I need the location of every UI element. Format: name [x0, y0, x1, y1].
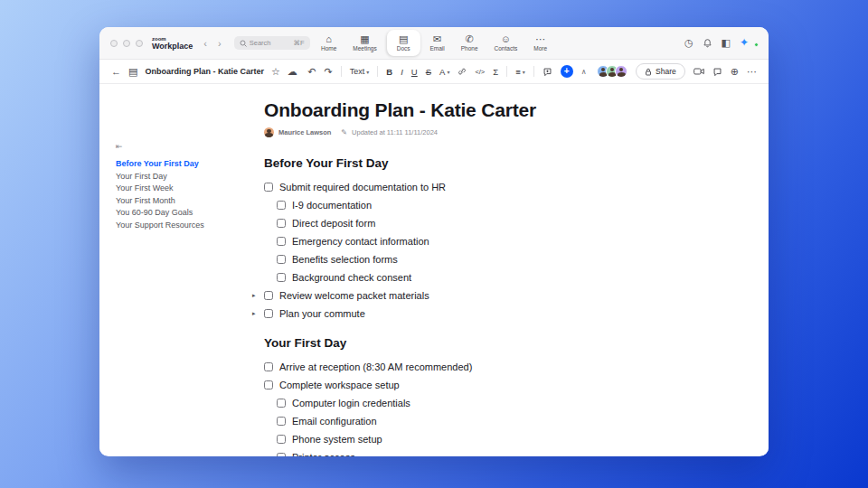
- checkbox[interactable]: [277, 399, 286, 408]
- more-options-icon[interactable]: ⋯: [747, 67, 757, 77]
- outline-item[interactable]: Your Support Resources: [116, 220, 253, 232]
- app-tabs: ⌂ Home ▦ Meetings ▤ Docs ✉ Email: [313, 27, 555, 59]
- window-controls[interactable]: [110, 40, 143, 47]
- globe-icon[interactable]: ⊕: [731, 67, 739, 77]
- bold-button[interactable]: B: [386, 67, 392, 77]
- formula-icon[interactable]: Σ: [493, 67, 498, 77]
- checklist-label: Emergency contact information: [292, 236, 429, 247]
- outline-item[interactable]: Your First Week: [116, 183, 253, 195]
- app-tab[interactable]: ☺ Contacts: [486, 27, 526, 59]
- toolbar-divider: [341, 66, 342, 77]
- document-body: Onboarding Plan - Katie Carter Maurice L…: [264, 84, 662, 456]
- outline-list: Before Your First Day Your First Day You…: [116, 158, 253, 231]
- app-tab[interactable]: ⋯ More: [525, 27, 555, 59]
- checkbox[interactable]: [277, 417, 286, 426]
- checklist-item[interactable]: ▸ Email configuration: [277, 412, 662, 430]
- minimize-window-button[interactable]: [123, 40, 130, 47]
- checklist-item[interactable]: ▸ Background check consent: [277, 268, 662, 286]
- ai-companion-icon[interactable]: ✦: [740, 38, 749, 48]
- maximize-window-button[interactable]: [136, 40, 143, 47]
- undo-button[interactable]: ↶: [307, 67, 316, 77]
- text-color-dropdown[interactable]: A ▾: [439, 67, 449, 77]
- favorite-star-icon[interactable]: ☆: [271, 67, 280, 77]
- text-style-dropdown[interactable]: Text ▾: [350, 67, 370, 76]
- document-byline: Maurice Lawson ✎ Updated at 11:11 11/11/…: [264, 127, 662, 137]
- app-tab[interactable]: ▤ Docs: [387, 30, 420, 56]
- app-tab[interactable]: ▦ Meetings: [344, 27, 384, 59]
- app-tab[interactable]: ✆ Phone: [453, 27, 486, 59]
- text-style-label: Text: [350, 67, 365, 76]
- checkbox[interactable]: [264, 309, 273, 318]
- chat-icon[interactable]: [712, 67, 722, 77]
- checkbox[interactable]: [264, 183, 273, 192]
- checklist-item[interactable]: ▸ Plan your commute: [264, 305, 662, 323]
- outline-item[interactable]: Your First Month: [116, 195, 253, 208]
- checkbox[interactable]: [277, 273, 286, 282]
- collapse-outline-icon[interactable]: ⇤: [116, 142, 253, 151]
- collapse-toolbar-icon[interactable]: ∧: [581, 68, 587, 76]
- italic-button[interactable]: I: [401, 67, 403, 77]
- outline-item[interactable]: You 60-90 Day Goals: [116, 207, 253, 220]
- checkbox[interactable]: [264, 380, 273, 389]
- search-input[interactable]: Search ⌘F: [234, 36, 310, 50]
- underline-button[interactable]: U: [411, 67, 418, 77]
- video-call-icon[interactable]: [693, 67, 704, 76]
- checklist-item[interactable]: ▸ Printer access: [277, 448, 662, 456]
- checklist: ▸ Submit required documentation to HR ▸ …: [264, 178, 662, 323]
- redo-button[interactable]: ↷: [325, 67, 333, 77]
- outline-item[interactable]: Your First Day: [116, 171, 253, 183]
- app-tab-icon: ▤: [399, 34, 408, 44]
- checklist-label: Background check consent: [292, 272, 411, 283]
- checkbox[interactable]: [277, 435, 286, 444]
- insert-link-icon[interactable]: [458, 67, 467, 76]
- back-button[interactable]: ←: [111, 67, 121, 77]
- app-tab[interactable]: ✉ Email: [422, 27, 453, 59]
- checkbox[interactable]: [277, 201, 286, 210]
- checkbox[interactable]: [264, 362, 273, 371]
- document-outline: ⇤ Before Your First Day Your First Day Y…: [116, 142, 253, 231]
- list-format-dropdown[interactable]: ≡ ▾: [515, 67, 525, 77]
- checklist-label: Review welcome packet materials: [279, 290, 429, 301]
- app-tab[interactable]: ⌂ Home: [313, 27, 344, 59]
- document-content: ⇤ Before Your First Day Your First Day Y…: [99, 84, 769, 455]
- page-title: Onboarding Plan - Katie Carter: [264, 99, 662, 122]
- checklist-item[interactable]: ▸ Submit required documentation to HR: [264, 178, 662, 196]
- expand-chevron-icon[interactable]: ▸: [252, 310, 256, 317]
- checklist-item[interactable]: ▸ Arrive at reception (8:30 AM recommend…: [264, 358, 662, 376]
- checkbox[interactable]: [277, 453, 286, 456]
- ai-insert-button[interactable]: +: [561, 65, 573, 78]
- history-forward-button[interactable]: ›: [218, 38, 222, 49]
- app-tab-label: More: [533, 45, 547, 52]
- collaborator-avatars[interactable]: [597, 65, 627, 78]
- checklist-item[interactable]: ▸ Emergency contact information: [277, 232, 662, 250]
- checklist-item[interactable]: ▸ Benefits selection forms: [277, 250, 662, 268]
- checklist-item[interactable]: ▸ Computer login credentials: [277, 394, 662, 412]
- checklist-item[interactable]: ▸ Phone system setup: [277, 430, 662, 448]
- history-back-button[interactable]: ‹: [203, 38, 207, 49]
- checkbox[interactable]: [277, 237, 286, 246]
- toolbar-right: Share ⊕ ⋯: [597, 63, 757, 80]
- checklist-item[interactable]: ▸ Complete workspace setup: [264, 376, 662, 394]
- expand-chevron-icon[interactable]: ▸: [252, 292, 256, 299]
- docs-home-icon[interactable]: ▤: [128, 67, 137, 77]
- checkbox[interactable]: [264, 291, 273, 300]
- checklist-item[interactable]: ▸ Direct deposit form: [277, 214, 662, 232]
- close-window-button[interactable]: [110, 40, 118, 47]
- logo-workplace-text: Workplace: [152, 42, 193, 51]
- side-panel-toggle-icon[interactable]: ◧: [722, 38, 731, 48]
- text-color-label: A: [439, 67, 445, 77]
- strikethrough-button[interactable]: S: [426, 67, 431, 77]
- checkbox[interactable]: [277, 255, 286, 264]
- app-tab-label: Contacts: [495, 45, 518, 52]
- checklist-item[interactable]: ▸ I-9 documentation: [277, 196, 662, 214]
- checklist-item[interactable]: ▸ Review welcome packet materials: [264, 286, 662, 305]
- add-comment-icon[interactable]: [542, 67, 552, 77]
- checkbox[interactable]: [277, 219, 286, 228]
- app-tab-icon: ✉: [433, 34, 441, 44]
- share-button[interactable]: Share: [636, 63, 685, 80]
- online-status-dot: [754, 42, 759, 47]
- code-block-icon[interactable]: </>: [475, 68, 485, 76]
- clock-icon[interactable]: ◷: [684, 38, 693, 48]
- notifications-bell-icon[interactable]: [703, 38, 712, 48]
- outline-item[interactable]: Before Your First Day: [116, 158, 253, 171]
